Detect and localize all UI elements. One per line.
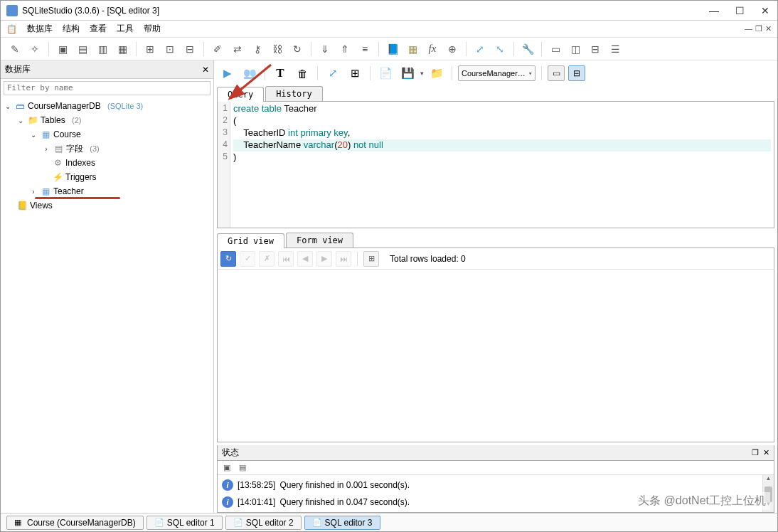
annotation-underline (35, 197, 120, 199)
title-bar: SQLiteStudio (3.0.6) - [SQL editor 3] — … (1, 1, 777, 21)
tab-form-view[interactable]: Form view (286, 233, 353, 248)
book-icon[interactable]: 📘 (384, 41, 401, 58)
sql-editor[interactable]: 12345 create table Teacher ( TeacherID i… (217, 102, 774, 228)
db-name[interactable]: CourseManagerDB (28, 101, 101, 111)
status-close-icon[interactable]: ✕ (763, 448, 769, 457)
fields-icon: ▤ (53, 143, 64, 154)
fields-node[interactable]: 字段 (66, 143, 83, 155)
status-title: 状态 (222, 447, 747, 459)
clear-icon[interactable]: 🗑 (293, 64, 311, 83)
result-grid[interactable] (217, 270, 774, 442)
sql-icon: 📄 (154, 518, 164, 528)
menu-structure[interactable]: 结构 (63, 23, 80, 35)
tab-grid-view[interactable]: Grid view (217, 233, 284, 248)
add-db-icon[interactable]: ▣ (54, 41, 71, 58)
grid-refresh-icon[interactable]: ↻ (220, 251, 236, 267)
grid-next-icon[interactable]: ▶ (316, 251, 332, 267)
edit-table-icon[interactable]: ⊡ (161, 41, 178, 58)
function-icon[interactable]: fx (424, 41, 441, 58)
table-icon: ▦ (40, 186, 51, 197)
save-icon[interactable]: 💾 (398, 64, 417, 83)
maximize-button[interactable]: ☐ (733, 5, 746, 16)
row-count-label: Total rows loaded: 0 (390, 254, 466, 264)
grid-commit-icon[interactable]: ✓ (240, 251, 255, 267)
layout1-icon[interactable]: ▭ (547, 41, 564, 58)
panel-close-icon[interactable]: ✕ (202, 65, 209, 75)
layout3-icon[interactable]: ⊟ (587, 41, 604, 58)
teacher-node[interactable]: Teacher (53, 186, 84, 196)
connect-icon[interactable]: ▦ (114, 41, 131, 58)
collation-icon[interactable]: ⊕ (444, 41, 461, 58)
del-table-icon[interactable]: ⊟ (181, 41, 198, 58)
import-icon[interactable]: ⇓ (316, 41, 334, 58)
grid-first-icon[interactable]: ⏮ (278, 251, 294, 267)
tab-course[interactable]: ▦Course (CourseManagerDB) (6, 516, 144, 530)
link-icon[interactable]: ⛓ (269, 41, 286, 58)
log-line: i [13:58:25] Query finished in 0.001 sec… (218, 477, 774, 494)
edit-db-icon[interactable]: ▤ (74, 41, 91, 58)
views-node[interactable]: Views (30, 201, 53, 211)
menu-help[interactable]: 帮助 (144, 23, 161, 35)
tab-sql2[interactable]: 📄SQL editor 2 (225, 516, 302, 530)
layout2-icon[interactable]: ◫ (567, 41, 584, 58)
layout4-icon[interactable]: ☰ (607, 41, 624, 58)
indexes-node[interactable]: Indexes (65, 158, 95, 168)
key-icon[interactable]: ⚷ (249, 41, 266, 58)
open-icon[interactable]: 📄 (376, 64, 395, 83)
tab-sql1[interactable]: 📄SQL editor 1 (146, 516, 223, 530)
wand-icon[interactable]: ✧ (26, 41, 43, 58)
database-selector[interactable]: CourseManager… (458, 65, 535, 81)
mdi-close[interactable]: ✕ (765, 24, 772, 33)
course-node[interactable]: Course (53, 129, 81, 139)
misc-icon[interactable]: ⊞ (346, 64, 364, 83)
tool2-icon[interactable]: ⇄ (229, 41, 246, 58)
result-tabs: Grid view Form view (217, 233, 774, 248)
view-split-button[interactable]: ⊟ (568, 65, 585, 81)
tool1-icon[interactable]: ✐ (209, 41, 226, 58)
status-clear-icon[interactable]: ▣ (220, 462, 233, 474)
expand-sql-icon[interactable]: ⤢ (324, 64, 342, 83)
collapse-icon[interactable]: ⤡ (491, 41, 508, 58)
annotation-arrow (225, 62, 277, 102)
mdi-restore[interactable]: ❐ (755, 24, 762, 33)
view-single-button[interactable]: ▭ (548, 65, 565, 81)
new-table-icon[interactable]: ⊞ (142, 41, 159, 58)
status-restore-icon[interactable]: ❐ (752, 448, 759, 457)
filter-input[interactable] (4, 81, 211, 95)
grid-prev-icon[interactable]: ◀ (297, 251, 313, 267)
export-icon[interactable]: ⇑ (336, 41, 353, 58)
minimize-button[interactable]: — (708, 5, 720, 16)
expand-icon[interactable]: ⤢ (471, 41, 489, 58)
tables-node[interactable]: Tables (41, 115, 65, 125)
editor-toolbar: ▶ 👥 T 🗑 ⤢ ⊞ 📄 💾 ▾ 📁 CourseManager… ▭ ⊟ (217, 62, 774, 85)
line-gutter: 12345 (218, 102, 230, 228)
menu-view[interactable]: 查看 (90, 23, 107, 35)
remove-db-icon[interactable]: ▥ (94, 41, 111, 58)
db-tree[interactable]: ⌄🗃CourseManagerDB (SQLite 3) ⌄📁Tables (2… (1, 96, 213, 513)
tab-sql3[interactable]: 📄SQL editor 3 (304, 516, 380, 530)
grid-rollback-icon[interactable]: ✗ (259, 251, 275, 267)
info-icon: i (222, 496, 233, 508)
scroll-up-icon[interactable]: ▲ (763, 475, 774, 486)
wrench-icon[interactable]: 🔧 (519, 41, 536, 58)
script-icon[interactable]: ≡ (356, 41, 373, 58)
view-icon[interactable]: ▦ (404, 41, 421, 58)
file-icon[interactable]: 📋 (6, 24, 17, 34)
brush-icon[interactable]: ✎ (6, 41, 23, 58)
triggers-node[interactable]: Triggers (65, 172, 97, 182)
app-icon (6, 5, 18, 16)
table-icon: ▦ (14, 518, 24, 528)
grid-last-icon[interactable]: ⏭ (336, 251, 351, 267)
mdi-minimize[interactable]: — (745, 24, 752, 33)
menu-tools[interactable]: 工具 (117, 23, 134, 35)
panel-title: 数据库 (5, 63, 202, 75)
status-copy-icon[interactable]: ▤ (236, 462, 249, 474)
database-icon: 🗃 (14, 100, 26, 112)
close-button[interactable]: ✕ (759, 5, 772, 16)
folder-icon[interactable]: 📁 (427, 64, 446, 83)
refresh-icon[interactable]: ↻ (289, 41, 306, 58)
bottom-tabs: ▦Course (CourseManagerDB) 📄SQL editor 1 … (1, 513, 777, 531)
grid-export-icon[interactable]: ⊞ (363, 251, 379, 267)
menu-database[interactable]: 数据库 (27, 23, 53, 35)
sql-icon: 📄 (233, 518, 243, 528)
